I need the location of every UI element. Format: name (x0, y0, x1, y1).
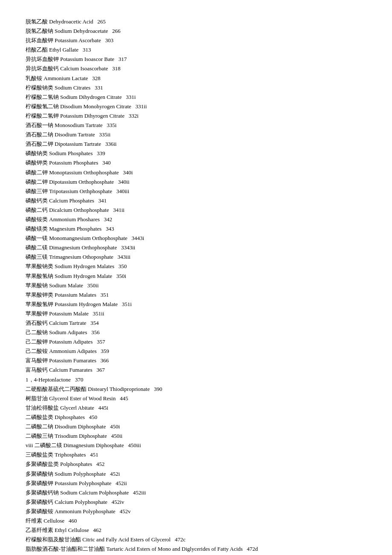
list-item: 磷酸二钙 Dicalcium Orthophosphate 341ii (26, 205, 366, 215)
list-item: 纤维素 Cellulose 460 (26, 516, 366, 526)
list-item: 苹果酸钾类 Potassium Malates 351 (26, 290, 366, 300)
list-item: 磷酸三镁 Trimagnesium Othoposphate 343iii (26, 252, 366, 262)
list-item: 磷酸钙类 Calcium Phosphates 341 (26, 196, 366, 205)
list-item: 苹果酸氢钠 Sodium Hydrogen Malate 350i (26, 272, 366, 281)
list-item: 多聚磷酸钾 Potassium Polyphosphate 452ii (26, 479, 366, 488)
list-item: 己二酸钠 Sodium Adipates 356 (26, 328, 366, 337)
list-item: 脂肪酸酒石酸-甘油酯和二甘油酯 Tartaric Acid Esters of … (26, 544, 366, 554)
list-item: 柠檬酸氢二钠 Disodium Monohyrogen Citrate 331i… (26, 102, 366, 111)
list-item: 磷酸钾类 Potassium Phosphates 340 (26, 158, 366, 168)
list-item: 己二酸铵 Ammonium Adipates 359 (26, 347, 366, 356)
list-item: 磷酸二镁 Dimagnesium Orthophosphate 3343ii (26, 243, 366, 252)
list-item: 多聚磷酸钙钠 Sodium Calcium Polphosphate 452ii… (26, 488, 366, 497)
list-item: 酒石酸钙 Calcium Tartrate 354 (26, 318, 366, 328)
list-item: 多聚磷酸钙 Calcium Polyphosphate 452iv (26, 497, 366, 507)
list-item: 苹果酸钠类 Sodium Hydrogen Malates 350 (26, 262, 366, 271)
list-item: 1，4-Heptonlactone 370 (26, 375, 366, 384)
list-item: 磷酸一镁 Monomangnesium Orthophosphate 3443i (26, 234, 366, 243)
list-item: 富马酸钙 Calcium Fumarates 367 (26, 365, 366, 375)
list-item: 树脂甘油 Glycerol Ester of Wood Resin 445 (26, 394, 366, 403)
list-item: 酒石酸一钠 Monosodium Tartrate 335i (26, 121, 366, 130)
list-item: 柠檬酸和脂及酸甘油酯 Citric and Fally Acid Esters … (26, 535, 366, 544)
list-item: 二磷酸盐类 Diphosphates 450 (26, 413, 366, 422)
list-item: 柠檬酸二氢钠 Sodium Dihydrogen Citrate 331i (26, 92, 366, 102)
list-item: 己二酸钾 Potassium Adipates 357 (26, 337, 366, 347)
list-item: 苹果酸钠 Sodium Malate 350ii (26, 281, 366, 290)
list-item: 二硬酯酸基硫代二丙酸酯 Distearyl Thiodiproprionate … (26, 384, 366, 394)
list-item: 磷酸镁类 Magnesium Phosphates 343 (26, 224, 366, 234)
list-item: 异抗坏血酸钙 Calcium Isoascorbate 318 (26, 64, 366, 73)
list-item: 乳酸铵 Ammonium Lactate 328 (26, 74, 366, 83)
list-item: 二磷酸二钠 Disodium Diphosphate 450i (26, 422, 366, 431)
list-item: 磷酸铵类 Ammonium Phoshares 342 (26, 215, 366, 224)
list-item: 酒石酸二钾 Dipotassium Tartrate 336ii (26, 139, 366, 149)
list-item: 棓酸乙酯 Ethyl Gallate 313 (26, 45, 366, 55)
list-item: 多聚磷酸钠 Sodium Polyphosphate 452i (26, 469, 366, 479)
list-item: 乙基纤维素 Ethyl Cellulose 462 (26, 526, 366, 535)
content-area: 脱氢乙酸 Dehydroacetic Acid 265脱氢乙酸钠 Sodium … (26, 17, 366, 555)
list-item: 磷酸二钾 Dipotassium Orthophosphate 340ii (26, 177, 366, 187)
list-item: 柠檬酸二氢钾 Potassium Dihyrogen Citrate 332i (26, 111, 366, 121)
list-item: 富马酸钾 Potassium Fumarates 366 (26, 356, 366, 365)
list-item: 异抗坏血酸钾 Potassium Isoascor Bate 317 (26, 55, 366, 64)
list-item: viii 二磷酸二镁 Dimagnesium Diphosphate 450ii… (26, 441, 366, 450)
list-item: 多聚磷酸盐类 Polphosphates 452 (26, 460, 366, 469)
list-item: 甘油松得酸盐 Glycerl Abitate 445i (26, 403, 366, 413)
list-item: 柠檬酸钠类 Sodium Citrates 331 (26, 83, 366, 92)
list-item: 脱氢乙酸 Dehydroacetic Acid 265 (26, 17, 366, 26)
list-item: 多聚磷酸铵 Ammonium Polyphosphate 452v (26, 507, 366, 516)
list-item: 酒石酸二钠 Disodium Tartrate 335ii (26, 130, 366, 139)
list-item: 二磷酸三钠 Trisodium Diphosphate 450ii (26, 431, 366, 441)
list-item: 苹果酸钾 Potassium Malate 351ii (26, 309, 366, 318)
list-item: 苹果酸氢钾 Potassium Hydrogen Malate 351i (26, 300, 366, 309)
list-item: 磷酸钠类 Sodium Phosphates 339 (26, 149, 366, 158)
list-item: 磷酸三钾 Tripotassium Orthphosphate 340iii (26, 187, 366, 196)
list-item: 脱氢乙酸钠 Sodium Dehydroacetate 266 (26, 26, 366, 36)
list-item: 三磷酸盐类 Triphosphates 451 (26, 450, 366, 460)
list-item: 抗坏血酸钾 Potassium Ascorbate 303 (26, 36, 366, 45)
list-item: 磷酸二钾 Monoptassium Orthophosphate 340i (26, 168, 366, 177)
